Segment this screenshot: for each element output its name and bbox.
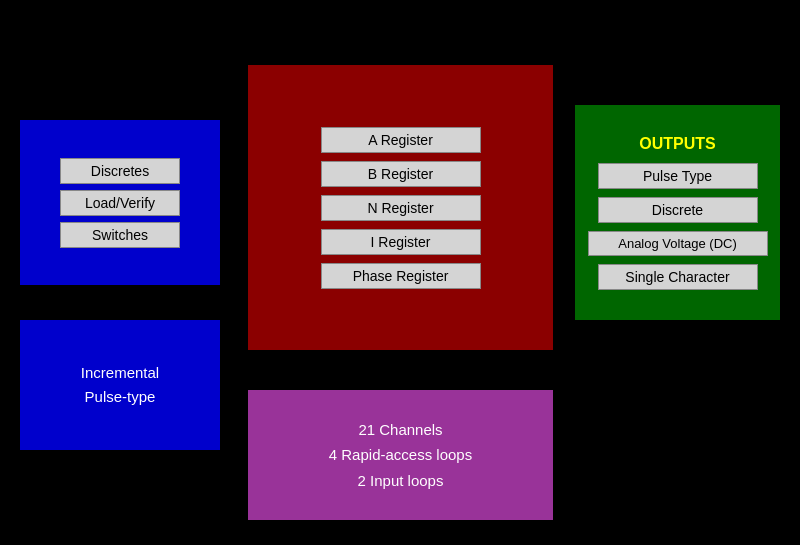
bottom-channels-box: 21 Channels 4 Rapid-access loops 2 Input… — [248, 390, 553, 520]
b-register: B Register — [321, 161, 481, 187]
center-cpu-box: A Register B Register N Register I Regis… — [248, 65, 553, 350]
outputs-title: OUTPUTS — [639, 135, 715, 153]
analog-voltage-item: Analog Voltage (DC) — [588, 231, 768, 256]
single-character-item: Single Character — [598, 264, 758, 290]
right-outputs-box: OUTPUTS Pulse Type Discrete Analog Volta… — [575, 105, 780, 320]
left-top-inputs-box: Discretes Load/Verify Switches — [20, 120, 220, 285]
switches-item: Switches — [60, 222, 180, 248]
discrete-item: Discrete — [598, 197, 758, 223]
i-register: I Register — [321, 229, 481, 255]
channels-info: 21 Channels 4 Rapid-access loops 2 Input… — [329, 417, 472, 494]
phase-register: Phase Register — [321, 263, 481, 289]
discretes-item: Discretes — [60, 158, 180, 184]
load-verify-item: Load/Verify — [60, 190, 180, 216]
a-register: A Register — [321, 127, 481, 153]
n-register: N Register — [321, 195, 481, 221]
incremental-label: IncrementalPulse-type — [81, 361, 159, 409]
left-bottom-inputs-box: IncrementalPulse-type — [20, 320, 220, 450]
pulse-type-item: Pulse Type — [598, 163, 758, 189]
